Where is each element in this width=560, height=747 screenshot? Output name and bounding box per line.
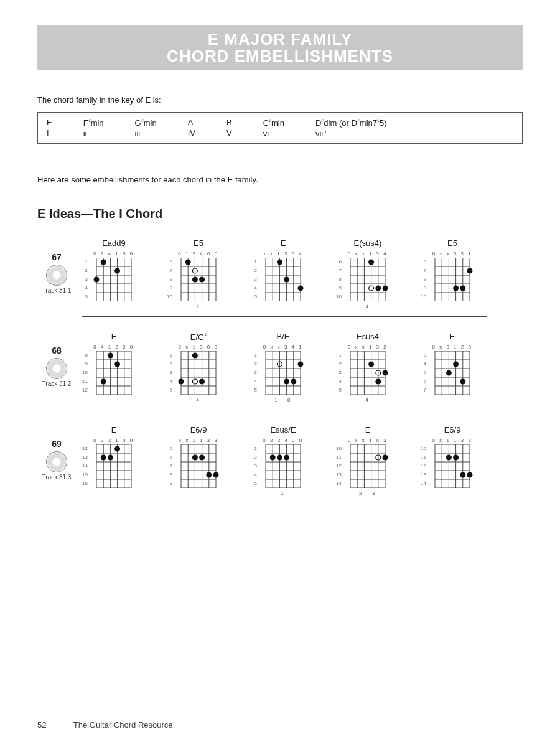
svg-point-169: [108, 454, 113, 460]
svg-point-168: [101, 454, 106, 460]
svg-point-230: [467, 472, 473, 477]
chord-family-table: EIF♯miniiG♯miniiiAIVBVC♯minviD♯dim (or D…: [37, 112, 523, 144]
fret-numbers: 1011121314: [334, 444, 342, 488]
fingering-bottom: [245, 304, 321, 310]
diagram-group: E0 4 1 2 0 089101112E/G♯2 x 1 3 0 012345…: [76, 332, 523, 403]
banner-line-2: CHORD EMBELLISHMENTS: [37, 48, 523, 65]
chord-diagram: B/E0 x x 3 4 1123451 0: [245, 332, 321, 403]
svg-point-228: [453, 454, 459, 460]
section-title: E Ideas—The I Chord: [37, 207, 523, 221]
chord-diagram: E0 x 3 1 2 034567: [414, 332, 490, 403]
chord-diagram: Esus/E0 2 3 4 0 0123451: [245, 425, 321, 497]
svg-point-12: [101, 259, 106, 265]
cd-icon: [46, 451, 67, 472]
fret-numbers: 678910: [165, 258, 172, 301]
family-chord: E: [47, 118, 52, 127]
svg-point-14: [114, 268, 120, 273]
svg-point-59: [375, 285, 381, 291]
family-col: C♯minvi: [263, 118, 284, 138]
family-col: AIV: [188, 118, 195, 138]
track-label: Track 31.3: [37, 474, 76, 481]
chord-name: E/G♯: [161, 332, 236, 342]
fingering-top: 0 x x 1 0 3: [330, 438, 406, 444]
chord-name: E: [76, 332, 152, 342]
family-chord: A: [188, 118, 195, 127]
diagram-group: Eadd90 2 4 1 0 012345E50 1 3 4 0 0678910…: [76, 238, 523, 310]
fret-numbers: 678910: [419, 258, 426, 301]
fingering-bottom: 4: [161, 397, 236, 403]
fretboard: 12345: [89, 258, 139, 301]
fingering-top: x x 1 3 0 4: [245, 251, 321, 257]
page-number: 52: [37, 720, 46, 730]
svg-point-104: [192, 352, 198, 358]
cd-icon: [46, 358, 67, 379]
fretboard: 1011121314: [343, 444, 393, 488]
chord-name: E: [414, 332, 490, 342]
fretboard: 12345: [258, 258, 308, 301]
fingering-top: 0 2 4 1 0 0: [76, 251, 152, 257]
svg-point-58: [368, 259, 374, 265]
svg-point-90: [114, 361, 120, 367]
fingering-bottom: 4: [330, 304, 406, 310]
svg-point-120: [298, 361, 304, 367]
chord-diagram: E50 x x 3 3 1678910: [414, 238, 490, 310]
svg-point-105: [179, 378, 184, 384]
fingering-top: 0 x 1 1 3 3: [161, 438, 236, 444]
chord-name: Esus4: [330, 332, 406, 342]
row-divider: [82, 316, 487, 317]
fingering-top: 0 2 3 4 0 0: [245, 438, 321, 444]
fingering-top: 0 x 1 1 3 3: [414, 438, 490, 444]
chord-diagram: Ex x 1 3 0 412345: [245, 238, 321, 310]
family-chord: D♯dim (or D♯min7♭5): [315, 118, 387, 128]
page-banner: E MAJOR FAMILY CHORD EMBELLISHMENTS: [37, 25, 523, 70]
fretboard: 12345: [343, 351, 393, 395]
family-roman: V: [226, 128, 232, 138]
chord-name: B/E: [245, 332, 321, 342]
fingering-bottom: [161, 491, 236, 497]
fretboard: 678910: [343, 258, 393, 301]
fingering-top: 0 x x 3 3 1: [414, 251, 490, 257]
fret-numbers: 89101112: [80, 351, 88, 395]
page-footer: 52 The Guitar Chord Resource: [37, 720, 173, 730]
banner-line-1: E MAJOR FAMILY: [37, 31, 523, 48]
fingering-bottom: [76, 304, 152, 310]
fret-numbers: 12345: [250, 351, 257, 395]
intro-text: The chord family in the key of E is:: [37, 95, 523, 105]
family-roman: iii: [135, 129, 157, 138]
row-meta: 69Track 31.3: [37, 425, 76, 481]
family-roman: I: [47, 128, 52, 138]
family-chord: C♯min: [263, 118, 284, 128]
fingering-bottom: 2 3: [330, 491, 406, 497]
chord-name: E: [330, 425, 406, 435]
svg-point-154: [460, 378, 465, 384]
family-roman: ii: [83, 129, 104, 138]
fret-numbers: 12345: [80, 258, 88, 301]
fingering-top: 0 4 1 2 0 0: [76, 344, 152, 350]
fingering-top: 2 x 1 3 0 0: [161, 344, 236, 350]
svg-point-122: [291, 378, 296, 384]
chord-diagram: E50 1 3 4 0 06789102: [161, 238, 236, 310]
chord-diagram: E0 x x 1 0 310111213142 3: [330, 425, 406, 497]
family-col: EI: [47, 118, 52, 138]
chord-name: E6/9: [161, 425, 236, 435]
svg-point-199: [277, 454, 282, 460]
svg-point-27: [185, 259, 191, 265]
svg-point-60: [383, 285, 388, 291]
chord-diagram: E0 4 1 2 0 089101112: [76, 332, 152, 403]
chord-name: E6/9: [414, 425, 490, 435]
chord-diagram: E(sus4)0 x x 1 3 46789104: [330, 238, 406, 310]
family-chord: B: [226, 118, 232, 127]
fingering-top: 0 1 3 4 0 0: [161, 251, 236, 257]
svg-point-185: [213, 472, 219, 477]
chord-name: E5: [414, 238, 490, 248]
fret-numbers: 678910: [334, 258, 342, 301]
fretboard: 678910: [174, 258, 223, 301]
fret-numbers: 12345: [250, 444, 257, 488]
svg-point-44: [298, 285, 304, 291]
cd-icon: [46, 265, 67, 286]
family-roman: vii°: [315, 129, 387, 138]
fretboard: 678910: [427, 258, 477, 301]
svg-point-28: [192, 276, 198, 282]
svg-point-45: [284, 276, 289, 282]
svg-point-182: [192, 454, 198, 460]
